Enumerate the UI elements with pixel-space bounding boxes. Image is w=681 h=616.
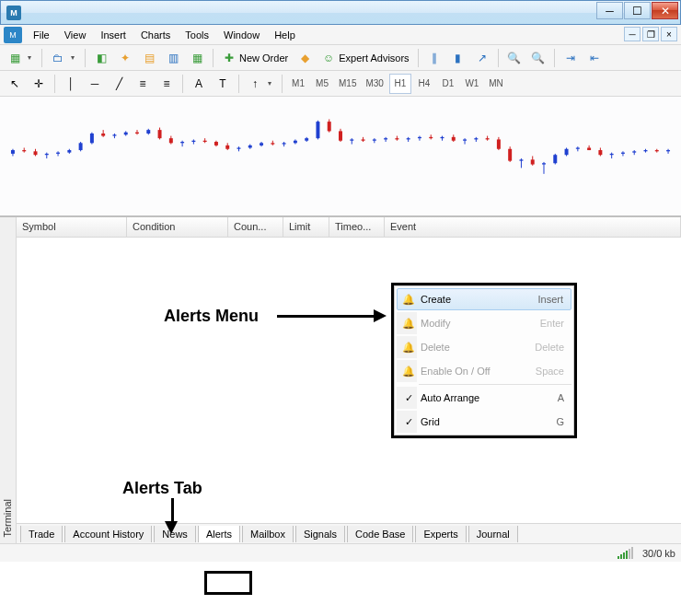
menu-tools[interactable]: Tools (178, 27, 216, 43)
cursor-button[interactable]: ↖ (4, 74, 26, 94)
bell-edit-icon: 🔔 (400, 318, 417, 330)
bar-chart-button[interactable]: ∥ (423, 48, 445, 68)
tab-signals[interactable]: Signals (295, 526, 345, 542)
zoom-out-button[interactable]: 🔍 (527, 48, 549, 68)
col-symbol[interactable]: Symbol (17, 217, 127, 237)
expert-advisors-label: Expert Advisors (339, 52, 409, 64)
window-minimize-button[interactable]: ─ (596, 2, 623, 19)
app-menu-icon[interactable]: M (4, 27, 22, 43)
candle-chart-button[interactable]: ▮ (447, 48, 469, 68)
diamond-icon: ◆ (297, 51, 312, 65)
expert-advisors-icon: ☺ (321, 51, 336, 65)
col-event[interactable]: Event (385, 217, 681, 237)
svg-rect-21 (124, 133, 128, 135)
timeframe-h4[interactable]: H4 (413, 74, 435, 94)
menu-view[interactable]: View (57, 27, 94, 43)
svg-rect-101 (576, 147, 580, 148)
cursor-icon: ↖ (7, 76, 22, 91)
svg-rect-91 (519, 159, 523, 160)
line-chart-button[interactable]: ↗ (471, 48, 493, 68)
ctx-modify: 🔔ModifyEnter (397, 312, 571, 334)
horizontal-line-button[interactable]: ─ (84, 74, 106, 94)
ctx-grid[interactable]: ✓GridG (397, 411, 571, 433)
window-titlebar: M ─ ☐ ✕ (0, 0, 681, 25)
svg-rect-51 (294, 141, 297, 144)
svg-rect-27 (158, 130, 162, 138)
bar-chart-icon: ∥ (427, 51, 442, 65)
svg-rect-11 (67, 150, 71, 153)
col-condition[interactable]: Condition (127, 217, 228, 237)
svg-rect-49 (283, 143, 286, 144)
tab-trade[interactable]: Trade (20, 526, 63, 542)
mdi-restore-button[interactable]: ❐ (642, 27, 659, 41)
terminal-icon: ▥ (166, 51, 180, 65)
svg-rect-61 (350, 139, 353, 140)
mdi-close-button[interactable]: × (661, 27, 677, 41)
annotation-alerts-menu: Alerts Menu (164, 307, 259, 326)
timeframe-w1[interactable]: W1 (461, 74, 483, 94)
fibonacci-button[interactable]: ≡ (156, 74, 178, 94)
profiles-button[interactable]: 🗀▾ (47, 48, 80, 68)
timeframe-m5[interactable]: M5 (311, 74, 333, 94)
trendline-button[interactable]: ╱ (108, 74, 130, 94)
bell-x-icon: 🔔 (400, 342, 417, 354)
auto-scroll-button[interactable]: ⇥ (560, 48, 582, 68)
tab-account-history[interactable]: Account History (64, 526, 152, 542)
ctx-create[interactable]: 🔔CreateInsert (397, 288, 571, 310)
menu-file[interactable]: File (26, 27, 57, 43)
statusbar: 30/0 kb (0, 543, 681, 562)
menu-charts[interactable]: Charts (133, 27, 178, 43)
tab-experts[interactable]: Experts (415, 526, 466, 542)
ctx-delete: 🔔DeleteDelete (397, 336, 571, 358)
svg-rect-87 (497, 139, 501, 148)
svg-rect-77 (441, 137, 444, 138)
annotation-alerts-tab: Alerts Tab (122, 479, 202, 498)
chart-shift-button[interactable]: ⇤ (583, 48, 606, 68)
timeframe-m15[interactable]: M15 (335, 74, 360, 94)
menu-insert[interactable]: Insert (93, 27, 133, 43)
tab-code-base[interactable]: Code Base (347, 526, 413, 542)
tab-alerts[interactable]: Alerts (198, 526, 240, 542)
new-chart-button[interactable]: ▦▾ (4, 48, 37, 68)
channel-button[interactable]: ≡ (132, 74, 154, 94)
strategy-tester-button[interactable]: ▦ (186, 48, 208, 68)
col-timeout[interactable]: Timeo... (329, 217, 385, 237)
data-window-button[interactable]: ▤ (138, 48, 160, 68)
timeframe-h1[interactable]: H1 (389, 74, 411, 94)
window-close-button[interactable]: ✕ (652, 2, 678, 19)
navigator-button[interactable]: ✦ (114, 48, 136, 68)
timeframe-mn[interactable]: MN (485, 74, 507, 94)
tab-journal[interactable]: Journal (468, 526, 518, 542)
crosshair-button[interactable]: ✛ (28, 74, 50, 94)
mdi-minimize-button[interactable]: ─ (624, 27, 641, 41)
arrows-button[interactable]: ↑▾ (244, 74, 277, 94)
text-tool-button[interactable]: A (188, 74, 210, 94)
metaquotes-button[interactable]: ◆ (294, 48, 316, 68)
expert-advisors-button[interactable]: ☺Expert Advisors (317, 48, 412, 68)
svg-rect-5 (34, 151, 38, 155)
menu-window[interactable]: Window (216, 27, 267, 43)
timeframe-m1[interactable]: M1 (287, 74, 309, 94)
terminal-toggle-button[interactable]: ▥ (162, 48, 184, 68)
terminal-content[interactable]: 🔔CreateInsert🔔ModifyEnter🔔DeleteDelete🔔E… (17, 238, 681, 523)
menu-help[interactable]: Help (267, 27, 303, 43)
vertical-line-button[interactable]: │ (60, 74, 82, 94)
svg-rect-81 (463, 139, 467, 140)
chart-area[interactable] (0, 97, 681, 216)
timeframe-d1[interactable]: D1 (437, 74, 459, 94)
svg-rect-111 (632, 151, 636, 152)
svg-rect-113 (644, 150, 648, 151)
new-order-button[interactable]: ✚New Order (218, 48, 292, 68)
text-label-button[interactable]: T (212, 74, 234, 94)
col-limit[interactable]: Limit (283, 217, 329, 237)
svg-rect-105 (598, 150, 602, 155)
terminal-label: Terminal (2, 499, 13, 538)
market-watch-button[interactable]: ◧ (90, 48, 112, 68)
zoom-in-button[interactable]: 🔍 (503, 48, 525, 68)
tab-mailbox[interactable]: Mailbox (242, 526, 294, 542)
svg-rect-99 (565, 149, 569, 155)
col-counter[interactable]: Coun... (228, 217, 283, 237)
timeframe-m30[interactable]: M30 (362, 74, 387, 94)
ctx-auto-arrange[interactable]: ✓Auto ArrangeA (397, 387, 571, 409)
window-maximize-button[interactable]: ☐ (624, 2, 651, 19)
